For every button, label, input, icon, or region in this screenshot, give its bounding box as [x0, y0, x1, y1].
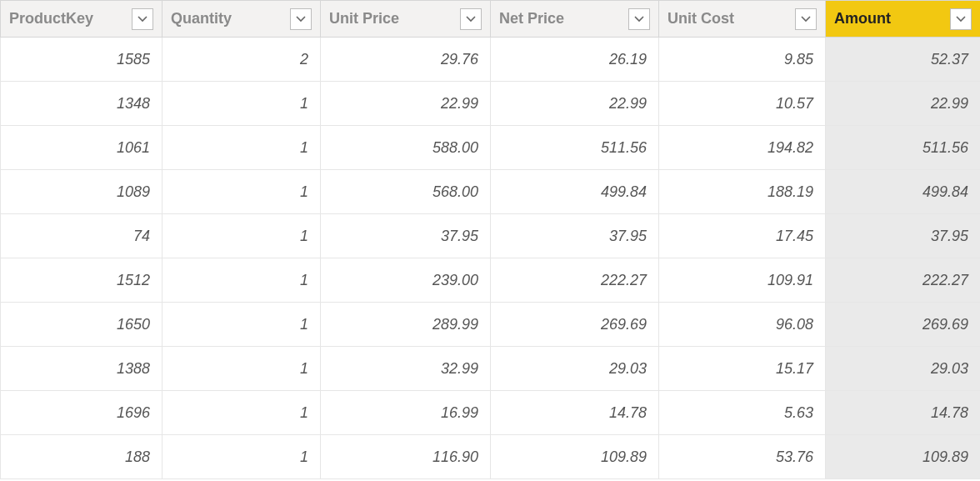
- cell-unit-price[interactable]: 588.00: [321, 126, 491, 170]
- cell-amount[interactable]: 269.69: [826, 303, 981, 347]
- table-body: 1585 2 29.76 26.19 9.85 52.37 1348 1 22.…: [1, 38, 981, 479]
- cell-unit-cost[interactable]: 10.57: [659, 82, 826, 126]
- cell-unit-cost[interactable]: 17.45: [659, 214, 826, 258]
- cell-quantity[interactable]: 1: [162, 435, 321, 479]
- cell-productkey[interactable]: 1388: [1, 347, 162, 391]
- cell-net-price[interactable]: 29.03: [491, 347, 659, 391]
- cell-net-price[interactable]: 269.69: [491, 303, 659, 347]
- header-row: ProductKey Quantity: [1, 1, 981, 38]
- cell-net-price[interactable]: 14.78: [491, 391, 659, 435]
- cell-unit-cost[interactable]: 15.17: [659, 347, 826, 391]
- filter-button-productkey[interactable]: [132, 8, 153, 30]
- chevron-down-icon: [138, 16, 148, 23]
- column-header-unit-cost[interactable]: Unit Cost: [659, 1, 826, 38]
- filter-button-quantity[interactable]: [290, 8, 312, 30]
- cell-unit-cost[interactable]: 5.63: [659, 391, 826, 435]
- cell-net-price[interactable]: 22.99: [491, 82, 659, 126]
- cell-productkey[interactable]: 1696: [1, 391, 162, 435]
- cell-unit-price[interactable]: 29.76: [321, 38, 491, 82]
- cell-net-price[interactable]: 511.56: [491, 126, 659, 170]
- cell-unit-price[interactable]: 239.00: [321, 258, 491, 303]
- cell-amount[interactable]: 511.56: [826, 126, 981, 170]
- cell-quantity[interactable]: 1: [162, 347, 321, 391]
- cell-productkey[interactable]: 1512: [1, 258, 162, 303]
- filter-button-unit-cost[interactable]: [795, 8, 817, 30]
- column-header-net-price[interactable]: Net Price: [491, 1, 659, 38]
- cell-amount[interactable]: 52.37: [826, 38, 981, 82]
- cell-quantity[interactable]: 1: [162, 391, 321, 435]
- chevron-down-icon: [956, 16, 966, 23]
- filter-button-net-price[interactable]: [628, 8, 650, 30]
- cell-quantity[interactable]: 1: [162, 126, 321, 170]
- cell-unit-price[interactable]: 289.99: [321, 303, 491, 347]
- filter-button-unit-price[interactable]: [460, 8, 482, 30]
- cell-productkey[interactable]: 1089: [1, 170, 162, 214]
- cell-productkey[interactable]: 1061: [1, 126, 162, 170]
- column-label: Amount: [834, 10, 891, 28]
- cell-amount[interactable]: 222.27: [826, 258, 981, 303]
- cell-amount[interactable]: 14.78: [826, 391, 981, 435]
- cell-net-price[interactable]: 26.19: [491, 38, 659, 82]
- chevron-down-icon: [801, 16, 811, 23]
- cell-unit-cost[interactable]: 194.82: [659, 126, 826, 170]
- table-row[interactable]: 1061 1 588.00 511.56 194.82 511.56: [1, 126, 981, 170]
- column-header-amount[interactable]: Amount: [826, 1, 981, 38]
- cell-net-price[interactable]: 37.95: [491, 214, 659, 258]
- table-row[interactable]: 1348 1 22.99 22.99 10.57 22.99: [1, 82, 981, 126]
- cell-unit-price[interactable]: 22.99: [321, 82, 491, 126]
- column-label: ProductKey: [9, 10, 93, 28]
- cell-net-price[interactable]: 222.27: [491, 258, 659, 303]
- column-label: Unit Price: [329, 10, 399, 28]
- data-table: ProductKey Quantity: [0, 0, 980, 481]
- chevron-down-icon: [296, 16, 306, 23]
- table-row[interactable]: 1089 1 568.00 499.84 188.19 499.84: [1, 170, 981, 214]
- cell-productkey[interactable]: 1650: [1, 303, 162, 347]
- table-row[interactable]: 188 1 116.90 109.89 53.76 109.89: [1, 435, 981, 479]
- cell-quantity[interactable]: 1: [162, 214, 321, 258]
- cell-unit-cost[interactable]: 9.85: [659, 38, 826, 82]
- table-row[interactable]: 1650 1 289.99 269.69 96.08 269.69: [1, 303, 981, 347]
- cell-unit-cost[interactable]: 109.91: [659, 258, 826, 303]
- cell-unit-price[interactable]: 16.99: [321, 391, 491, 435]
- cell-quantity[interactable]: 1: [162, 258, 321, 303]
- column-label: Unit Cost: [668, 10, 734, 28]
- cell-productkey[interactable]: 74: [1, 214, 162, 258]
- cell-quantity[interactable]: 2: [162, 38, 321, 82]
- cell-unit-cost[interactable]: 96.08: [659, 303, 826, 347]
- cell-productkey[interactable]: 1585: [1, 38, 162, 82]
- cell-unit-price[interactable]: 116.90: [321, 435, 491, 479]
- chevron-down-icon: [634, 16, 644, 23]
- cell-quantity[interactable]: 1: [162, 170, 321, 214]
- cell-unit-price[interactable]: 37.95: [321, 214, 491, 258]
- cell-amount[interactable]: 499.84: [826, 170, 981, 214]
- cell-amount[interactable]: 22.99: [826, 82, 981, 126]
- table-row[interactable]: 1585 2 29.76 26.19 9.85 52.37: [1, 38, 981, 82]
- cell-unit-cost[interactable]: 188.19: [659, 170, 826, 214]
- column-label: Quantity: [171, 10, 232, 28]
- column-label: Net Price: [499, 10, 564, 28]
- cell-quantity[interactable]: 1: [162, 82, 321, 126]
- cell-amount[interactable]: 109.89: [826, 435, 981, 479]
- table-row[interactable]: 74 1 37.95 37.95 17.45 37.95: [1, 214, 981, 258]
- cell-net-price[interactable]: 499.84: [491, 170, 659, 214]
- cell-net-price[interactable]: 109.89: [491, 435, 659, 479]
- column-header-unit-price[interactable]: Unit Price: [321, 1, 491, 38]
- cell-amount[interactable]: 37.95: [826, 214, 981, 258]
- column-header-productkey[interactable]: ProductKey: [1, 1, 162, 38]
- table-row[interactable]: 1696 1 16.99 14.78 5.63 14.78: [1, 391, 981, 435]
- table-row[interactable]: 1388 1 32.99 29.03 15.17 29.03: [1, 347, 981, 391]
- filter-button-amount[interactable]: [950, 8, 972, 30]
- cell-quantity[interactable]: 1: [162, 303, 321, 347]
- chevron-down-icon: [466, 16, 476, 23]
- cell-amount[interactable]: 29.03: [826, 347, 981, 391]
- table-row[interactable]: 1512 1 239.00 222.27 109.91 222.27: [1, 258, 981, 303]
- cell-productkey[interactable]: 1348: [1, 82, 162, 126]
- cell-unit-price[interactable]: 32.99: [321, 347, 491, 391]
- cell-productkey[interactable]: 188: [1, 435, 162, 479]
- cell-unit-price[interactable]: 568.00: [321, 170, 491, 214]
- cell-unit-cost[interactable]: 53.76: [659, 435, 826, 479]
- column-header-quantity[interactable]: Quantity: [162, 1, 321, 38]
